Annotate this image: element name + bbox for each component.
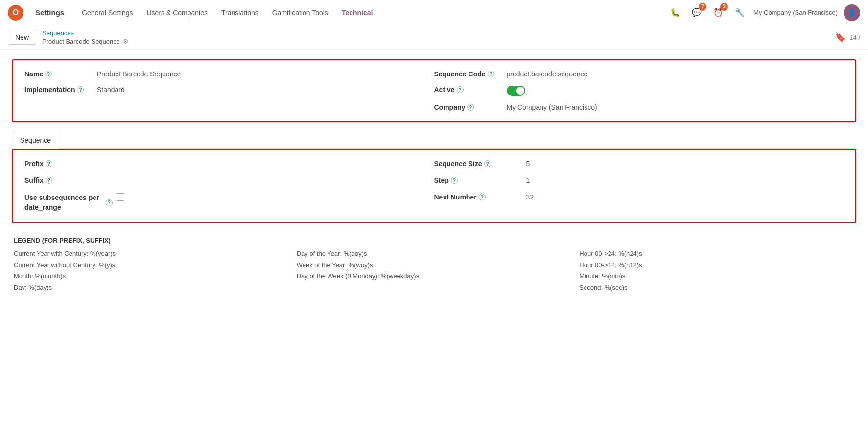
step-row: Step ? 1 xyxy=(434,176,844,184)
seq-code-label: Sequence Code ? xyxy=(434,70,503,78)
next-number-label: Next Number ? xyxy=(434,193,522,201)
name-label: Name ? xyxy=(24,70,93,78)
tab-sequence[interactable]: Sequence xyxy=(12,132,59,149)
page-count: 14 / xyxy=(849,34,860,41)
legend-grid: Current Year with Century: %(year)s Curr… xyxy=(14,250,854,291)
breadcrumb-current: Product Barcode Sequence ⚙ xyxy=(42,38,129,45)
company-label: Company ? xyxy=(434,103,503,111)
topnav-right: 🐛 💬 7 ⏰ 3 🔧 My Company (San Francisco) 👤 xyxy=(667,4,860,21)
name-row: Name ? Product Barcode Sequence xyxy=(24,70,434,78)
messages-icon-btn[interactable]: 💬 7 xyxy=(689,5,704,21)
bug-icon: 🐛 xyxy=(670,8,680,17)
suffix-help-icon[interactable]: ? xyxy=(46,177,52,184)
tabs-bar-wrap: Sequence xyxy=(12,132,856,149)
seq-code-value: product.barcode.sequence xyxy=(507,70,588,78)
settings-icon-btn[interactable]: 🔧 xyxy=(732,5,748,21)
nav-technical[interactable]: Technical xyxy=(336,6,379,20)
legend-col-0: Current Year with Century: %(year)s Curr… xyxy=(14,250,289,291)
use-subseq-help-icon[interactable]: ? xyxy=(106,199,113,206)
new-button[interactable]: New xyxy=(8,30,36,45)
nav-gamification[interactable]: Gamification Tools xyxy=(266,6,334,20)
legend-item-6: Day of the Week (0:Monday): %(weekday)s xyxy=(297,273,572,280)
breadcrumb: Sequences Product Barcode Sequence ⚙ xyxy=(42,29,129,45)
active-row: Active ? xyxy=(434,86,844,96)
sequence-tab-content: Prefix ? Suffix ? Use subsequences per d… xyxy=(12,149,856,223)
company-name: My Company (San Francisco) xyxy=(753,9,838,16)
nav-general-settings[interactable]: General Settings xyxy=(76,6,139,20)
prefix-row: Prefix ? xyxy=(24,160,434,168)
seq-size-value: 5 xyxy=(526,160,530,168)
legend-item-1: Current Year without Century: %(y)s xyxy=(14,261,289,269)
avatar-initials: 👤 xyxy=(848,9,856,16)
implementation-row: Implementation ? Standard xyxy=(24,86,434,94)
logo-char: O xyxy=(13,8,19,17)
step-help-icon[interactable]: ? xyxy=(451,177,458,184)
legend-item-10: Second: %(sec)s xyxy=(579,284,854,291)
legend-item-0: Current Year with Century: %(year)s xyxy=(14,250,289,257)
topnav-menu: General Settings Users & Companies Trans… xyxy=(76,6,656,20)
legend-item-7: Hour 00->24: %(h24)s xyxy=(579,250,854,257)
implementation-help-icon[interactable]: ? xyxy=(77,86,84,93)
legend-item-9: Minute: %(min)s xyxy=(579,273,854,280)
record-gear-icon[interactable]: ⚙ xyxy=(123,38,129,45)
main-content: Name ? Product Barcode Sequence Implemen… xyxy=(0,50,868,301)
implementation-label: Implementation ? xyxy=(24,86,93,94)
subheader: New Sequences Product Barcode Sequence ⚙… xyxy=(0,25,868,50)
legend-title: LEGEND (FOR PREFIX, SUFFIX) xyxy=(14,237,854,244)
legend-item-2: Month: %(month)s xyxy=(14,273,289,280)
form-grid: Name ? Product Barcode Sequence Implemen… xyxy=(24,70,844,111)
clock-badge: 3 xyxy=(720,3,728,11)
bookmark-icon[interactable]: 🔖 xyxy=(835,32,845,43)
toggle-knob xyxy=(516,87,524,95)
seq-grid: Prefix ? Suffix ? Use subsequences per d… xyxy=(24,160,844,212)
implementation-value: Standard xyxy=(97,86,125,94)
app-logo[interactable]: O xyxy=(8,5,23,21)
nav-translations[interactable]: Translations xyxy=(215,6,264,20)
prefix-help-icon[interactable]: ? xyxy=(46,160,52,167)
company-row: Company ? My Company (San Francisco) xyxy=(434,103,844,111)
wrench-icon: 🔧 xyxy=(735,8,745,17)
suffix-label: Suffix ? xyxy=(24,176,113,184)
user-avatar[interactable]: 👤 xyxy=(844,4,860,21)
next-number-value: 32 xyxy=(526,193,534,201)
legend-col-1: Day of the Year: %(doy)s Week of the Yea… xyxy=(297,250,572,291)
suffix-row: Suffix ? xyxy=(24,176,434,184)
use-subseq-checkbox[interactable] xyxy=(117,193,124,201)
name-help-icon[interactable]: ? xyxy=(45,71,52,77)
form-box: Name ? Product Barcode Sequence Implemen… xyxy=(12,59,856,122)
next-number-help-icon[interactable]: ? xyxy=(479,194,486,200)
subheader-right: 🔖 14 / xyxy=(835,32,860,43)
legend-col-2: Hour 00->24: %(h24)s Hour 00->12: %(h12)… xyxy=(579,250,854,291)
company-help-icon[interactable]: ? xyxy=(467,104,474,111)
app-brand: Settings xyxy=(35,8,64,17)
seq-size-help-icon[interactable]: ? xyxy=(484,160,491,167)
form-right-col: Sequence Code ? product.barcode.sequence… xyxy=(434,70,844,111)
legend-item-8: Hour 00->12: %(h12)s xyxy=(579,261,854,269)
active-toggle[interactable] xyxy=(507,86,525,96)
seq-code-row: Sequence Code ? product.barcode.sequence xyxy=(434,70,844,78)
step-label: Step ? xyxy=(434,176,522,184)
seq-size-label: Sequence Size ? xyxy=(434,160,522,168)
prefix-label: Prefix ? xyxy=(24,160,113,168)
breadcrumb-link[interactable]: Sequences xyxy=(42,29,129,37)
clock-icon-btn[interactable]: ⏰ 3 xyxy=(710,5,726,21)
bug-icon-btn[interactable]: 🐛 xyxy=(667,5,683,21)
tabs-bar: Sequence xyxy=(12,132,856,149)
legend-item-5: Week of the Year: %(woy)s xyxy=(297,261,572,269)
nav-users-companies[interactable]: Users & Companies xyxy=(141,6,213,20)
active-label: Active ? xyxy=(434,86,503,94)
step-value: 1 xyxy=(526,176,530,184)
seq-size-row: Sequence Size ? 5 xyxy=(434,160,844,168)
next-number-row: Next Number ? 32 xyxy=(434,193,844,201)
topnav: O Settings General Settings Users & Comp… xyxy=(0,0,868,25)
legend-section: LEGEND (FOR PREFIX, SUFFIX) Current Year… xyxy=(12,237,856,291)
seq-code-help-icon[interactable]: ? xyxy=(488,71,494,77)
use-subseq-row: Use subsequences per date_range ? xyxy=(24,193,434,212)
company-value: My Company (San Francisco) xyxy=(507,103,597,111)
breadcrumb-current-text: Product Barcode Sequence xyxy=(42,38,120,45)
messages-badge: 7 xyxy=(699,3,706,11)
active-help-icon[interactable]: ? xyxy=(457,86,464,93)
seq-left-col: Prefix ? Suffix ? Use subsequences per d… xyxy=(24,160,434,212)
seq-right-col: Sequence Size ? 5 Step ? 1 Next Number ? xyxy=(434,160,844,212)
legend-item-3: Day: %(day)s xyxy=(14,284,289,291)
